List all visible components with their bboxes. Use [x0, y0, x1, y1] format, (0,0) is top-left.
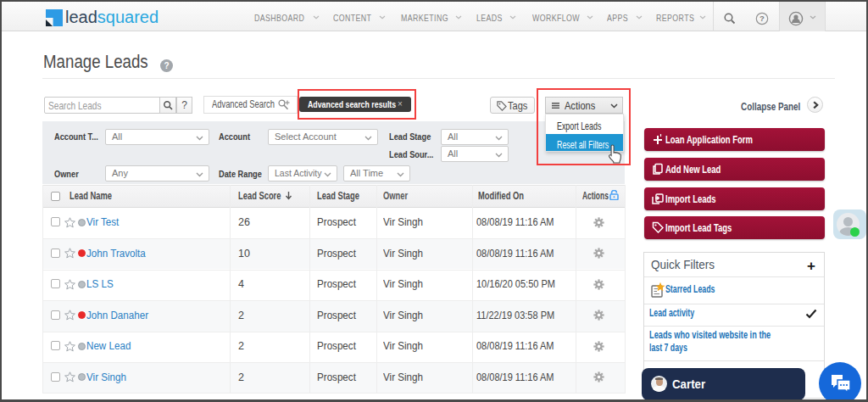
svg-text:?: ?: [760, 14, 765, 23]
